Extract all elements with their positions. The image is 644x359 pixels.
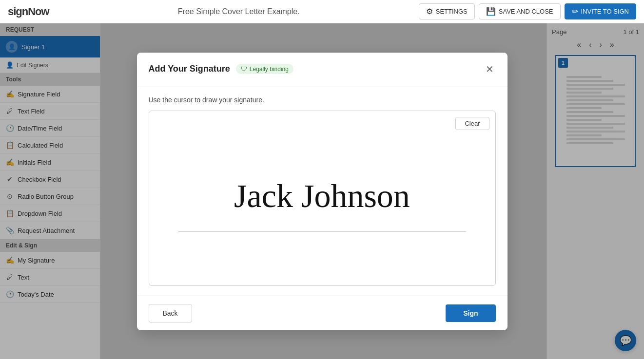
doc-title: Free Simple Cover Letter Example. [59, 7, 419, 16]
signature-canvas[interactable]: Clear Jack Johnson [149, 111, 496, 286]
header: signNow Free Simple Cover Letter Example… [0, 0, 644, 23]
header-actions: ⚙ SETTINGS 💾 SAVE AND CLOSE ✏ INVITE TO … [419, 3, 636, 19]
logo-text: signNow [8, 5, 49, 18]
signature-baseline [178, 231, 466, 232]
clear-button[interactable]: Clear [455, 117, 489, 130]
logo: signNow [8, 5, 49, 18]
shield-icon: 🛡 [241, 65, 247, 73]
add-signature-modal: Add Your Signature 🛡 Legally binding ✕ U… [137, 53, 507, 330]
invite-to-sign-button[interactable]: ✏ INVITE TO SIGN [565, 3, 636, 19]
signature-display: Jack Johnson [234, 176, 410, 216]
modal-overlay: Add Your Signature 🛡 Legally binding ✕ U… [0, 23, 644, 359]
modal-header: Add Your Signature 🛡 Legally binding ✕ [137, 53, 507, 86]
save-close-label: SAVE AND CLOSE [499, 8, 553, 15]
pen-icon: ✏ [572, 7, 578, 16]
settings-button[interactable]: ⚙ SETTINGS [419, 3, 475, 19]
modal-title: Add Your Signature [149, 64, 230, 74]
settings-icon: ⚙ [426, 7, 433, 16]
legally-binding-badge: 🛡 Legally binding [236, 64, 293, 74]
modal-close-button[interactable]: ✕ [484, 61, 496, 77]
modal-footer: Back Sign [137, 296, 507, 330]
save-icon: 💾 [486, 7, 496, 16]
back-button[interactable]: Back [149, 304, 192, 322]
modal-title-row: Add Your Signature 🛡 Legally binding [149, 64, 293, 74]
modal-body: Use the cursor to draw your signature. C… [137, 86, 507, 296]
sign-button[interactable]: Sign [446, 304, 495, 322]
save-close-button[interactable]: 💾 SAVE AND CLOSE [479, 3, 561, 19]
modal-instruction: Use the cursor to draw your signature. [149, 96, 496, 104]
settings-label: SETTINGS [436, 8, 468, 15]
legally-binding-label: Legally binding [250, 66, 289, 73]
invite-to-sign-label: INVITE TO SIGN [581, 8, 629, 15]
